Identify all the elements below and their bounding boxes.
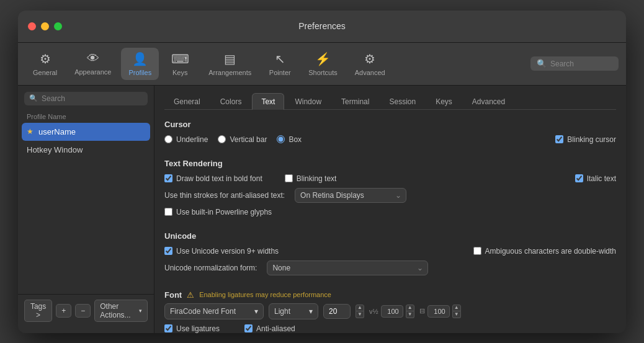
tab-advanced[interactable]: Advanced: [463, 93, 514, 110]
metric2-down[interactable]: ▼: [452, 311, 461, 318]
add-profile-button[interactable]: +: [56, 304, 71, 318]
normalization-select[interactable]: None NFC NFD: [267, 261, 428, 275]
tab-terminal[interactable]: Terminal: [332, 93, 378, 110]
font-size-up[interactable]: ▲: [356, 305, 364, 311]
sidebar-search-box[interactable]: 🔍: [24, 92, 148, 105]
main-window: Preferences ⚙ General 👁 Appearance 👤 Pro…: [18, 11, 626, 333]
italic-text-checkbox[interactable]: [575, 174, 583, 182]
font-style-dropdown[interactable]: Light ▾: [269, 303, 318, 319]
sidebar-item-hotkey-window[interactable]: Hotkey Window: [18, 141, 154, 159]
metric2-icon: ⊟: [419, 307, 425, 315]
font-options-row1: Use ligatures Anti-aliased: [164, 324, 616, 333]
radio-underline: Underline: [164, 135, 208, 144]
metric2-up[interactable]: ▲: [452, 305, 461, 311]
metric1-down[interactable]: ▼: [406, 311, 414, 318]
warning-text: Enabling ligatures may reduce performanc…: [199, 291, 331, 298]
toolbar-pointer-label: Pointer: [269, 69, 291, 76]
shortcuts-icon: ⚡: [315, 51, 331, 66]
font-size-spinbox[interactable]: ▲ ▼: [356, 305, 364, 318]
blinking-cursor-row: Blinking cursor: [555, 135, 616, 144]
use-ligatures-checkbox[interactable]: [164, 324, 172, 332]
close-button[interactable]: [28, 22, 36, 30]
font-size-down[interactable]: ▼: [356, 311, 364, 318]
blinking-cursor-checkbox[interactable]: [555, 135, 563, 143]
toolbar-general[interactable]: ⚙ General: [25, 48, 65, 80]
radio-underline-label: Underline: [176, 135, 208, 144]
maximize-button[interactable]: [54, 22, 62, 30]
tab-general[interactable]: General: [164, 93, 210, 110]
thin-strokes-select[interactable]: On Retina Displays Always Never: [295, 188, 406, 203]
remove-profile-button[interactable]: −: [75, 304, 91, 318]
radio-vbar-input[interactable]: [218, 135, 226, 143]
powerline-row-inner: Use built-in Powerline glyphs: [164, 208, 272, 216]
metric1-up[interactable]: ▲: [406, 305, 414, 311]
font-style-chevron: ▾: [309, 307, 313, 316]
toolbar-search-input[interactable]: [550, 60, 612, 68]
toolbar-appearance-label: Appearance: [74, 68, 111, 76]
tab-text[interactable]: Text: [252, 93, 284, 110]
toolbar-keys-label: Keys: [172, 69, 187, 76]
other-actions-button[interactable]: Other Actions... ▾: [94, 300, 148, 322]
radio-underline-input[interactable]: [164, 135, 172, 143]
tabs-bar: General Colors Text Window Terminal Sess…: [164, 93, 616, 110]
sidebar-search-icon: 🔍: [29, 94, 38, 102]
thin-strokes-select-wrapper[interactable]: On Retina Displays Always Never: [295, 188, 406, 203]
draw-bold-checkbox[interactable]: [164, 174, 172, 182]
thin-strokes-row: Use thin strokes for anti-aliased text: …: [164, 188, 616, 203]
toolbar-keys[interactable]: ⌨ Keys: [161, 48, 199, 80]
ambiguous-checkbox[interactable]: [473, 247, 481, 255]
normalization-label: Unicode normalization form:: [164, 264, 257, 272]
font-metric1: v½ 100 ▲ ▼: [369, 305, 414, 318]
blinking-text-checkbox[interactable]: [285, 174, 293, 182]
font-name-dropdown[interactable]: FiraCode Nerd Font ▾: [164, 303, 264, 319]
cursor-section: Cursor Underline Vertical bar Box: [164, 120, 616, 149]
anti-aliased-checkbox[interactable]: [244, 324, 253, 332]
titlebar: Preferences: [18, 11, 626, 43]
anti-aliased-label: Anti-aliased: [256, 324, 295, 333]
pointer-icon: ↖: [275, 51, 285, 66]
font-controls-row: FiraCode Nerd Font ▾ Light ▾ 20 ▲ ▼: [164, 303, 616, 319]
font-label-row: Font ⚠ Enabling ligatures may reduce per…: [164, 290, 616, 300]
tab-window[interactable]: Window: [285, 93, 331, 110]
radio-vbar-label: Vertical bar: [230, 135, 267, 144]
text-rendering-title: Text Rendering: [164, 159, 616, 168]
minimize-button[interactable]: [41, 22, 49, 30]
other-actions-label: Other Actions...: [100, 302, 138, 319]
toolbar-search[interactable]: 🔍: [530, 56, 619, 71]
font-name-value: FiraCode Nerd Font: [170, 307, 236, 316]
toolbar-profiles[interactable]: 👤 Profiles: [121, 48, 159, 80]
tab-keys[interactable]: Keys: [426, 93, 462, 110]
profiles-icon: 👤: [132, 51, 148, 66]
search-icon: 🔍: [537, 59, 547, 68]
toolbar-appearance[interactable]: 👁 Appearance: [67, 48, 119, 79]
toolbar-general-label: General: [33, 69, 57, 76]
radio-box-input[interactable]: [277, 135, 285, 143]
toolbar-advanced[interactable]: ⚙ Advanced: [347, 48, 393, 80]
use-unicode-row: Use Unicode version 9+ widths: [164, 247, 279, 256]
toolbar-arrangements[interactable]: ▤ Arrangements: [201, 48, 259, 80]
metric2-spinbox[interactable]: ▲ ▼: [452, 305, 461, 318]
blinking-text-label: Blinking text: [297, 174, 337, 183]
italic-text-label: Italic text: [587, 174, 616, 183]
toolbar-pointer[interactable]: ↖ Pointer: [261, 48, 298, 80]
warning-icon: ⚠: [187, 290, 194, 300]
font-size-value: 20: [329, 307, 337, 316]
advanced-icon: ⚙: [364, 51, 375, 66]
radio-vertical-bar: Vertical bar: [218, 135, 267, 144]
sidebar-search-input[interactable]: [42, 94, 143, 103]
main-panel: General Colors Text Window Terminal Sess…: [154, 86, 626, 333]
powerline-checkbox[interactable]: [164, 208, 172, 216]
metric1-value: 100: [381, 305, 403, 318]
tab-colors[interactable]: Colors: [211, 93, 251, 110]
sidebar-item-username[interactable]: ★ userName: [22, 123, 150, 141]
toolbar-shortcuts-label: Shortcuts: [308, 69, 337, 76]
use-unicode-checkbox[interactable]: [164, 247, 172, 255]
tab-session[interactable]: Session: [380, 93, 425, 110]
metric1-spinbox[interactable]: ▲ ▼: [406, 305, 414, 318]
keys-icon: ⌨: [171, 51, 189, 66]
toolbar-shortcuts[interactable]: ⚡ Shortcuts: [301, 48, 344, 80]
tags-button[interactable]: Tags >: [24, 300, 52, 322]
draw-bold-row: Draw bold text in bold font: [164, 174, 262, 183]
normalization-select-wrapper[interactable]: None NFC NFD: [267, 261, 428, 275]
radio-box: Box: [277, 135, 302, 144]
